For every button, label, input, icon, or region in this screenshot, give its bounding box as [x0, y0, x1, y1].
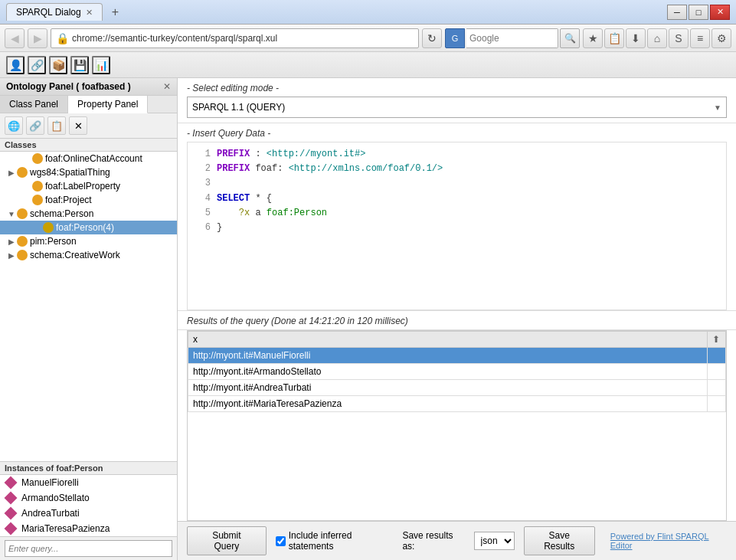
- list-item[interactable]: AndreaTurbati: [0, 506, 177, 521]
- new-tab-button[interactable]: +: [109, 5, 122, 19]
- code-line: 6 }: [192, 221, 721, 235]
- toolbar-delete-btn[interactable]: ✕: [69, 116, 87, 135]
- main-content: Ontology Panel ( foafbased ) ✕ Class Pan…: [0, 78, 736, 560]
- save-results-button[interactable]: Save Results: [524, 526, 595, 555]
- code-line: 3: [192, 176, 721, 191]
- browser-tab[interactable]: SPARQL Dialog ✕: [6, 3, 103, 21]
- instances-section: Instances of foaf:Person ManuelFiorelli …: [0, 461, 177, 536]
- bookmark-list-button[interactable]: 📋: [604, 28, 624, 48]
- class-icon: [17, 167, 28, 178]
- download-button[interactable]: ⬇: [626, 28, 646, 48]
- refresh-button[interactable]: ↻: [422, 28, 442, 48]
- tree-item[interactable]: ▶ wgs84:SpatialThing: [0, 165, 177, 179]
- col-header-icon: ⬆: [708, 332, 726, 348]
- plugin-chart-icon[interactable]: 📊: [92, 56, 110, 74]
- export-icon: ⬆: [712, 334, 720, 345]
- tab-class-panel[interactable]: Class Panel: [0, 96, 68, 113]
- tree-toggle: ▶: [6, 237, 17, 246]
- inferred-label: Include inferred statements: [289, 530, 394, 552]
- search-input[interactable]: [466, 28, 558, 48]
- results-table-area[interactable]: x ⬆ http://myont.it#ManuelFiorelli ht: [187, 330, 727, 521]
- tree-item-label: foaf:OnlineChatAccount: [45, 153, 142, 164]
- search-submit-button[interactable]: 🔍: [560, 28, 580, 48]
- select-mode-label: - Select editing mode -: [187, 83, 727, 93]
- save-results-label: Save results as:: [402, 530, 464, 552]
- toolbar-globe-btn[interactable]: 🌐: [5, 116, 23, 135]
- plugin-person-icon[interactable]: 👤: [6, 56, 25, 74]
- search-engine-icon: G: [445, 28, 465, 48]
- back-button[interactable]: ◀: [5, 28, 25, 48]
- mode-dropdown[interactable]: SPARQL 1.1 (QUERY) ▼: [187, 97, 727, 118]
- tree-item[interactable]: ▶ pim:Person: [0, 234, 177, 248]
- close-button[interactable]: ✕: [710, 5, 730, 20]
- format-select[interactable]: json xml csv: [474, 532, 515, 550]
- list-item[interactable]: ManuelFiorelli: [0, 475, 177, 490]
- code-line: 1 PREFIX : <http://myont.it#>: [192, 147, 721, 162]
- col-header-x: x: [188, 332, 708, 348]
- toolbar-copy-btn[interactable]: 📋: [47, 116, 66, 135]
- list-item[interactable]: ArmandoStellato: [0, 490, 177, 506]
- toolbar-link-btn[interactable]: 🔗: [26, 116, 44, 135]
- tab-close-btn[interactable]: ✕: [86, 8, 93, 18]
- plugin-bar: 👤 🔗 📦 💾 📊: [0, 52, 736, 78]
- maximize-button[interactable]: □: [689, 5, 708, 20]
- extensions-button[interactable]: ⚙: [711, 28, 731, 48]
- plugin-package-icon[interactable]: 📦: [49, 56, 67, 74]
- panel-toolbar: 🌐 🔗 📋 ✕: [0, 113, 177, 139]
- inferred-checkbox[interactable]: [276, 536, 286, 546]
- diamond-icon: [5, 507, 18, 520]
- flint-link[interactable]: Powered by Flint SPARQL Editor: [610, 532, 727, 550]
- menu-button[interactable]: ≡: [690, 28, 710, 48]
- table-row[interactable]: http://myont.it#ManuelFiorelli: [188, 348, 726, 364]
- tree-item[interactable]: foaf:Project: [0, 193, 177, 207]
- code-line: 4 SELECT * {: [192, 192, 721, 206]
- class-icon: [17, 208, 28, 219]
- plugin-link-icon[interactable]: 🔗: [28, 56, 46, 74]
- table-row[interactable]: http://myont.it#AndreaTurbati: [188, 380, 726, 396]
- tree-item[interactable]: foaf:OnlineChatAccount: [0, 152, 177, 165]
- main-window: SPARQL Dialog ✕ + ─ □ ✕ ◀ ▶ 🔒 chrome://s…: [0, 0, 736, 560]
- panel-header: Ontology Panel ( foafbased ) ✕: [0, 78, 177, 96]
- class-icon: [43, 222, 54, 233]
- tree-item[interactable]: foaf:LabelProperty: [0, 179, 177, 193]
- query-data-section: - Insert Query Data - 1 PREFIX : <http:/…: [178, 123, 736, 311]
- table-row[interactable]: http://myont.it#ArmandoStellato: [188, 364, 726, 380]
- tree-item-label: pim:Person: [30, 236, 77, 247]
- panel-title: Ontology Panel ( foafbased ): [6, 81, 131, 92]
- table-row[interactable]: http://myont.it#MariaTeresaPazienza: [188, 396, 726, 412]
- skype-button[interactable]: S: [669, 28, 689, 48]
- class-icon: [32, 195, 43, 205]
- address-bar: 🔒 chrome://semantic-turkey/content/sparq…: [51, 28, 419, 48]
- query-input[interactable]: [5, 540, 172, 557]
- instances-label: Instances of foaf:Person: [0, 462, 177, 475]
- diamond-icon: [5, 492, 18, 505]
- tree-item-selected[interactable]: foaf:Person(4): [0, 221, 177, 234]
- forward-button[interactable]: ▶: [28, 28, 47, 48]
- bookmark-star-button[interactable]: ★: [583, 28, 603, 48]
- tab-property-panel[interactable]: Property Panel: [68, 96, 148, 113]
- window-controls: ─ □ ✕: [667, 5, 730, 20]
- classes-label: Classes: [0, 139, 177, 152]
- panel-close-button[interactable]: ✕: [163, 81, 171, 92]
- tree-item-label: foaf:LabelProperty: [45, 181, 120, 192]
- query-input-area: [0, 536, 177, 560]
- results-section: Results of the query (Done at 14:21:20 i…: [178, 311, 736, 330]
- home-button[interactable]: ⌂: [647, 28, 667, 48]
- class-tree[interactable]: foaf:OnlineChatAccount ▶ wgs84:SpatialTh…: [0, 152, 177, 461]
- panel-tabs: Class Panel Property Panel: [0, 96, 177, 113]
- nav-bar: ◀ ▶ 🔒 chrome://semantic-turkey/content/s…: [0, 25, 736, 52]
- submit-query-button[interactable]: Submit Query: [187, 526, 267, 555]
- class-icon: [32, 153, 43, 164]
- minimize-button[interactable]: ─: [667, 5, 687, 20]
- query-editor[interactable]: 1 PREFIX : <http://myont.it#> 2 PREFIX f…: [187, 142, 727, 310]
- result-url: http://myont.it#ManuelFiorelli: [188, 348, 708, 364]
- insert-data-label: - Insert Query Data -: [187, 128, 727, 139]
- plugin-save-icon[interactable]: 💾: [70, 56, 89, 74]
- inferred-checkbox-label[interactable]: Include inferred statements: [276, 530, 394, 552]
- tree-item[interactable]: ▼ schema:Person: [0, 207, 177, 221]
- list-item[interactable]: MariaTeresaPazienza: [0, 521, 177, 536]
- mode-dropdown-text: SPARQL 1.1 (QUERY): [192, 102, 285, 113]
- tree-item[interactable]: ▶ schema:CreativeWork: [0, 248, 177, 262]
- bottom-bar: Submit Query Include inferred statements…: [178, 521, 736, 560]
- instance-label: ArmandoStellato: [21, 493, 90, 503]
